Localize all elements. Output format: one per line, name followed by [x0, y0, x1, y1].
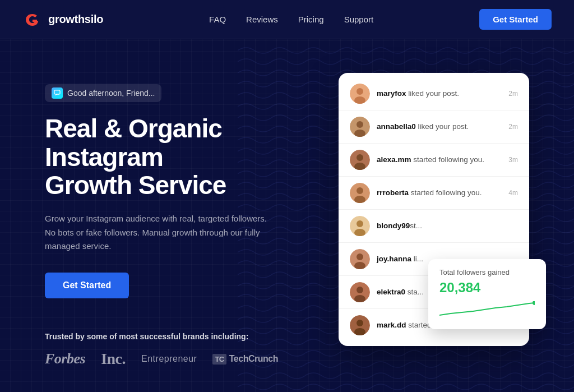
- avatar-maryfox: [350, 84, 370, 104]
- avatar-elektra0: [350, 282, 370, 302]
- avatar-alexamm: [350, 150, 370, 170]
- svg-point-12: [357, 187, 363, 194]
- nav-links: FAQ Reviews Pricing Support: [209, 15, 373, 24]
- greeting-text: Good afternoon, Friend...: [67, 89, 155, 98]
- avatar-markdd: [350, 315, 370, 335]
- svg-point-18: [357, 253, 363, 260]
- forbes-logo: Forbes: [45, 351, 85, 367]
- hero-section: Good afternoon, Friend... Real & Organic…: [0, 39, 574, 368]
- greeting-badge: Good afternoon, Friend...: [45, 84, 161, 102]
- notification-item: alexa.mm started following you. 3m: [339, 144, 529, 177]
- trusted-label: Trusted by some of most successful brand…: [45, 332, 305, 341]
- svg-point-21: [357, 287, 363, 293]
- nav-reviews[interactable]: Reviews: [246, 15, 278, 24]
- notif-text-blondy99: blondy99st...: [377, 221, 511, 231]
- notif-text-alexamm: alexa.mm started following you.: [377, 155, 502, 165]
- svg-point-6: [357, 121, 363, 128]
- tc-badge: TC: [212, 354, 226, 365]
- notification-item: annabella0 liked your post. 2m: [339, 110, 529, 144]
- svg-point-3: [357, 88, 363, 95]
- navbar-get-started-button[interactable]: Get Started: [479, 9, 552, 30]
- hero-title: Real & Organic Instagram Growth Service: [45, 114, 305, 200]
- followers-popup: Total followers gained 20,384: [428, 259, 546, 329]
- trusted-section: Trusted by some of most successful brand…: [45, 332, 305, 368]
- avatar-blondy99: [350, 216, 370, 236]
- hero-left: Good afternoon, Friend... Real & Organic…: [45, 73, 305, 368]
- followers-popup-count: 20,384: [439, 280, 535, 296]
- avatar-joyhanna: [350, 249, 370, 269]
- navbar: growthsilo FAQ Reviews Pricing Support G…: [0, 0, 574, 39]
- notification-item: rrroberta started following you. 4m: [339, 177, 529, 210]
- svg-rect-1: [54, 90, 60, 94]
- logo-icon: [22, 10, 43, 30]
- notification-item: maryfox liked your post. 2m: [339, 77, 529, 110]
- svg-point-26: [533, 301, 535, 305]
- techcrunch-logo: TC TechCrunch: [212, 354, 278, 365]
- followers-popup-title: Total followers gained: [439, 268, 535, 276]
- nav-faq[interactable]: FAQ: [209, 15, 226, 24]
- hero-right: maryfox liked your post. 2m annabella0 l…: [339, 73, 529, 346]
- notif-text-maryfox: maryfox liked your post.: [377, 89, 502, 99]
- avatar-annabella0: [350, 117, 370, 137]
- entrepreneur-logo: Entrepreneur: [141, 354, 197, 364]
- logo-text: growthsilo: [48, 13, 103, 26]
- notification-item: blondy99st...: [339, 210, 529, 243]
- notif-text-annabella0: annabella0 liked your post.: [377, 122, 502, 132]
- svg-point-9: [357, 154, 363, 161]
- hero-subtitle: Grow your Instagram audience with real, …: [45, 212, 269, 253]
- logo[interactable]: growthsilo: [22, 10, 103, 30]
- nav-support[interactable]: Support: [344, 15, 374, 24]
- hero-get-started-button[interactable]: Get Started: [45, 273, 129, 298]
- notif-text-rrroberta: rrroberta started following you.: [377, 188, 502, 198]
- chat-icon: [52, 87, 63, 99]
- brand-logos: Forbes Inc. Entrepreneur TC TechCrunch: [45, 350, 305, 368]
- inc-logo: Inc.: [101, 350, 126, 368]
- svg-point-24: [357, 320, 363, 326]
- nav-pricing[interactable]: Pricing: [298, 15, 324, 24]
- avatar-rrroberta: [350, 183, 370, 203]
- svg-point-15: [357, 220, 363, 227]
- followers-popup-graph: [439, 301, 535, 320]
